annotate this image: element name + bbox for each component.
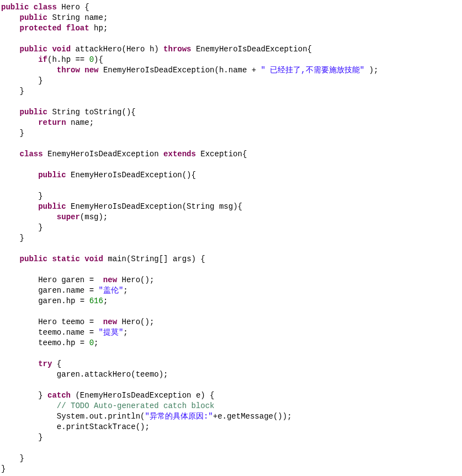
ident-hero: Hero (38, 276, 57, 284)
ident-hp: hp (66, 339, 76, 347)
ident-exc: EnemyHeroIsDeadException (103, 66, 215, 75)
kw-super: super (57, 213, 80, 221)
str-throw-msg-text: 已经挂了,不需要施放技能 (265, 66, 360, 75)
kw-public: public (1, 3, 29, 12)
ident-printstacktrace: printStackTrace (66, 422, 136, 431)
kw-public: public (38, 202, 66, 211)
ident-name: name (84, 13, 103, 22)
kw-throws: throws (163, 45, 191, 54)
kw-public: public (38, 171, 66, 179)
ident-tostring: toString (84, 108, 121, 117)
ident-string: String (187, 202, 214, 211)
ident-exc: EnemyHeroIsDeadException (47, 150, 159, 158)
ident-h: h (52, 55, 56, 64)
ident-msg: msg (219, 202, 233, 211)
kw-public: public (20, 108, 47, 117)
ident-hp: hp (61, 55, 71, 64)
ident-teemo: teemo (136, 370, 159, 379)
ident-h: h (150, 45, 154, 54)
ident-out: out (89, 412, 103, 421)
kw-public: public (20, 13, 47, 22)
ident-msg: msg (84, 213, 98, 221)
ident-string: String (52, 13, 79, 22)
ident-string: String (52, 108, 79, 117)
kw-void: void (52, 45, 71, 54)
ident-garen: garen (38, 286, 61, 295)
kw-return: return (38, 118, 66, 127)
ident-getmessage: getMessage (227, 412, 273, 421)
kw-protected: protected (20, 24, 62, 33)
str-garen: "盖伦" (98, 286, 123, 295)
ident-system: System (57, 412, 84, 421)
str-teemo-text: 提莫 (103, 328, 119, 337)
ident-name: name (71, 118, 89, 127)
num-zero: 0 (89, 339, 94, 347)
ident-string: String (131, 255, 158, 263)
num-616: 616 (89, 297, 103, 305)
kw-class: class (20, 150, 43, 158)
ident-hero: Hero (61, 3, 80, 12)
ident-e: e (196, 391, 200, 400)
ident-hero: Hero (38, 318, 57, 326)
kw-new: new (103, 318, 117, 326)
kw-void: void (84, 255, 103, 263)
kw-extends: extends (163, 150, 196, 158)
ident-main: main (108, 255, 126, 263)
code-block: public class Hero { public String name; … (0, 0, 462, 476)
kw-if: if (38, 55, 47, 64)
kw-catch: catch (47, 391, 71, 400)
ident-hero: Hero (121, 318, 140, 326)
kw-float: float (66, 24, 89, 33)
str-print-prefix: "异常的具体原因:" (145, 412, 213, 421)
num-zero: 0 (89, 55, 94, 64)
ident-h: h (219, 66, 224, 75)
ident-exc: EnemyHeroIsDeadException (196, 45, 307, 54)
comment-todo: // TODO Auto-generated catch block (57, 401, 215, 410)
ident-hero: Hero (121, 276, 140, 284)
kw-new: new (84, 66, 98, 75)
ident-name: name (66, 286, 85, 295)
str-print-prefix-text: 异常的具体原因: (150, 412, 208, 421)
ident-exc: EnemyHeroIsDeadException (80, 391, 192, 400)
kw-try: try (38, 359, 52, 368)
kw-static: static (52, 255, 79, 263)
ident-teemo: teemo (38, 339, 61, 347)
ident-exc: EnemyHeroIsDeadException (71, 171, 182, 179)
ident-garen: garen (61, 276, 84, 284)
ident-name: name (229, 66, 247, 75)
ident-println: println (108, 412, 140, 421)
kw-throw: throw (57, 66, 80, 75)
ident-name: name (66, 328, 85, 337)
ident-exception: Exception (200, 150, 242, 158)
kw-class: class (34, 3, 57, 12)
ident-e: e (217, 412, 222, 421)
ident-hero: Hero (126, 45, 145, 54)
str-teemo: "提莫" (98, 328, 123, 337)
ident-garen: garen (38, 297, 61, 305)
ident-exc: EnemyHeroIsDeadException (71, 202, 182, 211)
ident-garen: garen (57, 370, 80, 379)
ident-args: args (173, 255, 192, 263)
ident-attackhero: attackHero (84, 370, 131, 379)
ident-e: e (57, 422, 61, 431)
ident-hp: hp (66, 297, 76, 305)
kw-public: public (20, 45, 47, 54)
str-throw-msg: " 已经挂了,不需要施放技能" (261, 66, 365, 75)
str-garen-text: 盖伦 (103, 286, 119, 295)
kw-public: public (20, 255, 47, 263)
ident-hp: hp (94, 24, 103, 33)
ident-teemo: teemo (38, 328, 61, 337)
kw-new: new (103, 276, 117, 284)
ident-attackhero: attackHero (75, 45, 121, 54)
ident-teemo: teemo (61, 318, 84, 326)
